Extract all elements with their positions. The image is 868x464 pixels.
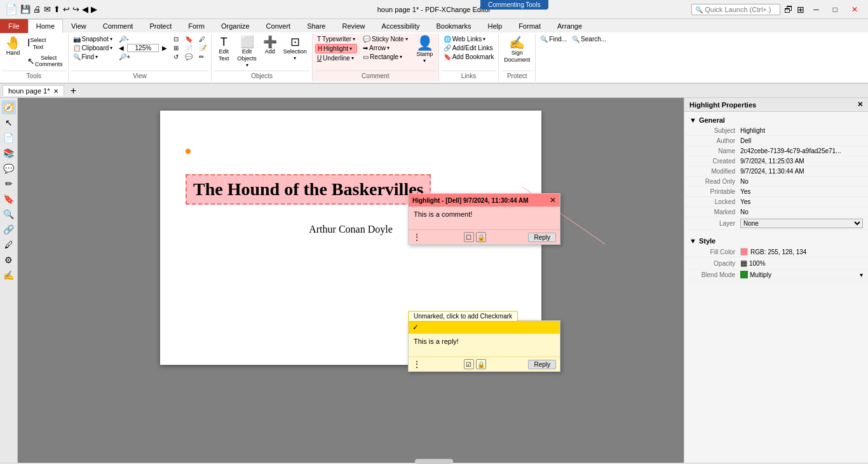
search-toolbar-button[interactable]: 🔍 Search... — [570, 35, 608, 43]
tab-bookmarks[interactable]: Bookmarks — [428, 19, 479, 33]
tab-arrange[interactable]: Arrange — [549, 19, 590, 33]
minimize-button[interactable]: ─ — [808, 4, 824, 15]
highlight-button[interactable]: H Highlight ▾ — [315, 44, 357, 53]
sticky-note-dropdown[interactable]: ▾ — [405, 36, 408, 42]
selection-dropdown[interactable]: ▾ — [294, 55, 296, 61]
left-tool-page[interactable]: 📄 — [2, 131, 16, 145]
view-btn4[interactable]: 🖊 — [197, 35, 208, 43]
grid-icon[interactable]: ⊞ — [797, 4, 804, 15]
arrow-button[interactable]: ➡ Arrow ▾ — [361, 44, 410, 52]
redo-icon[interactable]: ↪ — [72, 4, 79, 14]
underline-button[interactable]: U Underline ▾ — [315, 54, 357, 62]
view-btn5[interactable]: 📝 — [197, 44, 208, 52]
tab-organize[interactable]: Organize — [213, 19, 258, 33]
document-tab[interactable]: houn page 1* ✕ — [3, 85, 64, 96]
reply-lock[interactable]: 🔒 — [476, 359, 486, 369]
forward-icon[interactable]: ▶ — [91, 4, 97, 14]
tab-accessibility[interactable]: Accessibility — [374, 19, 428, 33]
mail-icon[interactable]: ✉ — [44, 4, 51, 14]
quick-launch-input[interactable] — [691, 4, 780, 15]
rectangle-button[interactable]: ▭ Rectangle ▾ — [361, 53, 410, 61]
stamp-button[interactable]: 👤 Stamp ▾ — [414, 35, 436, 65]
left-tool-sign[interactable]: ✍ — [2, 268, 16, 282]
view-icon[interactable]: 🗗 — [784, 4, 793, 15]
print-icon[interactable]: 🖨 — [33, 4, 41, 14]
back-icon[interactable]: ◀ — [82, 4, 88, 14]
rotate-button[interactable]: ↺ — [172, 53, 180, 61]
tab-format[interactable]: Format — [510, 19, 549, 33]
maximize-button[interactable]: □ — [828, 4, 843, 15]
tab-review[interactable]: Review — [334, 19, 373, 33]
fit-page-button[interactable]: ⊞ — [172, 44, 180, 52]
underline-dropdown[interactable]: ▾ — [351, 55, 354, 61]
fill-color-swatch[interactable] — [740, 248, 748, 256]
snapshot-dropdown[interactable]: ▾ — [110, 36, 112, 42]
comment-reply-button[interactable]: Reply — [528, 233, 556, 242]
left-tool-search[interactable]: 🔍 — [2, 207, 16, 221]
tab-help[interactable]: Help — [480, 19, 511, 33]
properties-panel-close[interactable]: ✕ — [857, 100, 863, 109]
doc-tab-close[interactable]: ✕ — [53, 88, 58, 95]
edit-objects-dropdown[interactable]: ▾ — [246, 62, 248, 68]
comment-view[interactable]: 💬 — [183, 53, 194, 61]
stamp-dropdown[interactable]: ▾ — [423, 58, 426, 64]
comment-lock[interactable]: 🔒 — [476, 232, 486, 242]
edit-text-button[interactable]: T EditText — [214, 35, 233, 64]
find-dropdown[interactable]: ▾ — [95, 54, 98, 60]
left-tool-cursor[interactable]: ↖ — [2, 116, 16, 130]
clipboard-dropdown[interactable]: ▾ — [110, 45, 112, 51]
tab-home[interactable]: Home — [28, 19, 63, 33]
left-tool-settings[interactable]: ⚙ — [2, 253, 16, 267]
blendmode-dropdown[interactable]: ▾ — [860, 271, 863, 278]
left-tool-comment[interactable]: 💬 — [2, 161, 16, 175]
zoom-input[interactable] — [127, 44, 159, 52]
clipboard-button[interactable]: 📋 Clipboard ▾ — [71, 44, 115, 52]
left-tool-link[interactable]: 🔗 — [2, 222, 16, 236]
tab-share[interactable]: Share — [299, 19, 334, 33]
bookmark-view1[interactable]: 🔖 — [183, 35, 194, 43]
sign-document-button[interactable]: ✍ SignDocument — [501, 35, 532, 65]
snapshot-button[interactable]: 📷 Snapshot ▾ — [71, 35, 115, 43]
highlight-annotation[interactable]: The Hound of the Baskervilles — [186, 174, 431, 205]
web-links-dropdown[interactable]: ▾ — [483, 36, 485, 42]
bookmark-view2[interactable]: 📄 — [183, 44, 194, 52]
layer-select[interactable]: None — [740, 219, 863, 228]
reply-reply-button[interactable]: Reply — [528, 360, 556, 369]
tab-protect[interactable]: Protect — [141, 19, 180, 33]
tab-file[interactable]: File — [0, 19, 28, 33]
hand-tool-button[interactable]: 🤚 Hand — [3, 35, 24, 58]
tab-view[interactable]: View — [63, 19, 95, 33]
zoom-out-button[interactable]: 🔎- — [117, 35, 169, 43]
reply-checkbox[interactable]: ☑ — [464, 359, 474, 369]
tab-form[interactable]: Form — [180, 19, 213, 33]
selection-button[interactable]: ⊡ Selection ▾ — [281, 35, 309, 62]
left-tool-nav[interactable]: 🧭 — [2, 100, 16, 114]
prev-view-button[interactable]: ◀ — [117, 44, 126, 52]
tab-convert[interactable]: Convert — [258, 19, 299, 33]
view-btn6[interactable]: ✏ — [197, 53, 208, 61]
edit-objects-button[interactable]: ⬜ EditObjects ▾ — [234, 35, 259, 69]
share-icon[interactable]: ⬆ — [53, 4, 60, 14]
reply-menu-button[interactable]: ⋮ — [412, 359, 421, 369]
web-links-button[interactable]: 🌐 Web Links ▾ — [442, 35, 496, 43]
comment-close-button[interactable]: ✕ — [550, 196, 556, 205]
add-bookmark-button[interactable]: 🔖 Add Bookmark — [442, 53, 496, 61]
arrow-dropdown[interactable]: ▾ — [387, 45, 390, 51]
add-tab-button[interactable]: + — [67, 85, 79, 97]
typewriter-dropdown[interactable]: ▾ — [353, 36, 355, 42]
rectangle-dropdown[interactable]: ▾ — [400, 54, 402, 60]
next-view-button[interactable]: ▶ — [160, 44, 169, 52]
find-toolbar-button[interactable]: 🔍 Find... — [538, 35, 569, 43]
left-tool-bookmark[interactable]: 🔖 — [2, 192, 16, 206]
sticky-note-button[interactable]: 💬 Sticky Note ▾ — [361, 35, 410, 43]
highlight-dropdown[interactable]: ▾ — [349, 46, 352, 51]
comment-menu-button[interactable]: ⋮ — [412, 232, 421, 242]
zoom-in-button[interactable]: 🔎+ — [117, 53, 169, 61]
document-area[interactable]: The Hound of the Baskervilles Arthur Con… — [18, 98, 684, 463]
close-button[interactable]: ✕ — [846, 4, 863, 15]
left-tool-stamp[interactable]: 🖊 — [2, 238, 16, 252]
general-section-header[interactable]: ▼ General — [684, 114, 868, 126]
comment-checkbox[interactable]: ☐ — [464, 232, 474, 242]
fit-width-button[interactable]: ⊡ — [172, 35, 180, 43]
add-button[interactable]: ➕ Add — [261, 35, 280, 57]
